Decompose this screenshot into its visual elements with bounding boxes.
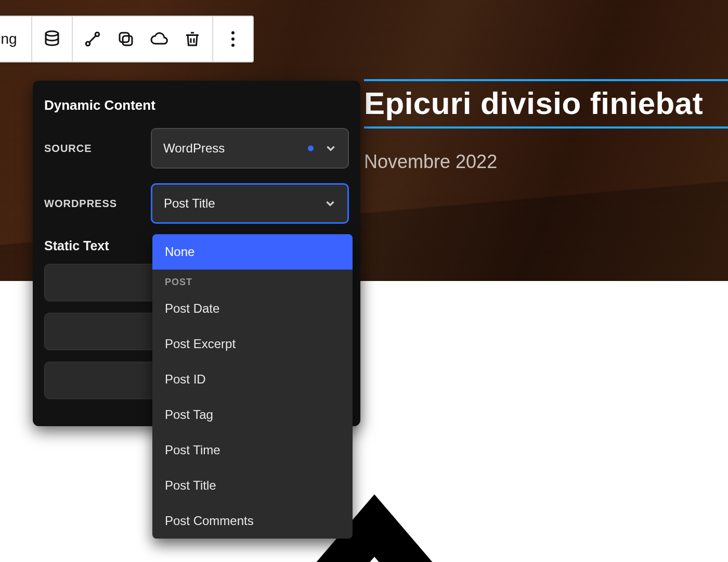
chevron-down-icon <box>323 197 337 210</box>
dropdown-option-post-id[interactable]: Post ID <box>152 362 353 397</box>
source-label: Source <box>44 143 151 155</box>
active-dot-icon <box>308 146 314 151</box>
svg-point-0 <box>46 31 58 36</box>
dropdown-option-post-excerpt[interactable]: Post Excerpt <box>152 326 353 362</box>
dropdown-option-post-time[interactable]: Post Time <box>152 432 353 468</box>
svg-point-2 <box>95 32 99 36</box>
toolbar-label-fragment: ng <box>0 17 32 61</box>
dropdown-group-post: POST <box>152 270 353 291</box>
svg-line-3 <box>89 36 96 42</box>
source-select[interactable]: WordPress <box>151 128 349 169</box>
wordpress-select[interactable]: Post Title <box>151 183 349 224</box>
toolbar-icon-group <box>73 17 213 61</box>
link-icon[interactable] <box>83 30 102 48</box>
dropdown-option-post-title[interactable]: Post Title <box>152 468 353 503</box>
panel-title: Dynamic Content <box>44 97 349 113</box>
copy-icon[interactable] <box>116 30 135 48</box>
chevron-down-icon <box>324 142 337 155</box>
svg-point-1 <box>86 42 90 46</box>
wordpress-label: WordPress <box>44 198 151 210</box>
svg-rect-5 <box>120 33 129 42</box>
cloud-icon[interactable] <box>150 30 168 48</box>
dynamic-content-button[interactable] <box>32 17 73 61</box>
page-title[interactable]: Epicuri divisio finiebat <box>364 79 728 129</box>
wordpress-dropdown[interactable]: None POST Post Date Post Excerpt Post ID… <box>152 234 353 539</box>
block-toolbar: ng <box>0 16 254 62</box>
trash-icon[interactable] <box>183 30 202 48</box>
database-icon <box>43 30 61 48</box>
more-options-button[interactable] <box>213 17 253 61</box>
svg-rect-4 <box>123 36 132 45</box>
dropdown-option-post-date[interactable]: Post Date <box>152 291 353 326</box>
wordpress-select-value: Post Title <box>164 196 215 211</box>
dropdown-option-none[interactable]: None <box>152 234 353 270</box>
dropdown-option-post-tag[interactable]: Post Tag <box>152 397 353 432</box>
source-select-value: WordPress <box>163 141 225 156</box>
kebab-icon <box>224 30 242 48</box>
post-date: Novembre 2022 <box>364 151 497 173</box>
dropdown-option-post-comments[interactable]: Post Comments <box>152 503 353 539</box>
